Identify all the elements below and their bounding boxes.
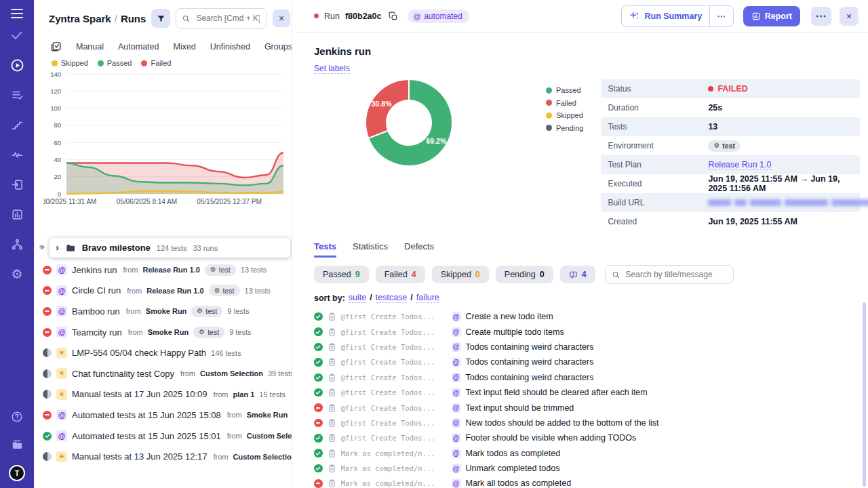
tab-statistics[interactable]: Statistics [353,241,388,258]
automated-badge[interactable]: @ automated [408,9,469,23]
run-plan-name[interactable]: Custom Selection [200,369,263,378]
run-plan-name[interactable]: Release Run 1.0 [146,287,203,295]
test-list-item[interactable]: @first Create Todos...@Create a new todo… [314,309,860,324]
run-list-item[interactable]: @Teamcity runfromSmoke Run⚙test9 tests [34,322,292,343]
run-from-label: from [126,307,141,315]
milestone-card[interactable]: › Bravo milestone 124 tests 33 runs [50,238,290,258]
test-list-item[interactable]: @first Create Todos...@Todos containing … [314,354,860,369]
tests-search[interactable] [605,265,734,284]
status-dot [708,86,713,92]
filter-button[interactable] [151,9,170,28]
panel-close-button[interactable]: × [273,9,290,27]
run-list-item[interactable]: ✳LMP-554 05/04 check Happy Path146 tests [34,342,292,363]
run-plan-name[interactable]: Custom Selection [233,453,292,461]
tab-mixed[interactable]: Mixed [173,42,195,52]
run-plan-name[interactable]: Custom Selection [247,432,292,440]
projects-icon[interactable] [9,437,24,452]
menu-icon[interactable] [11,9,23,18]
runs-search-input[interactable] [195,13,261,24]
runs-search[interactable] [176,8,267,28]
clipboard-icon [328,312,336,321]
detail-label: Duration [601,103,708,113]
run-from-label: from [227,432,242,440]
tab-groups[interactable]: Groups [264,42,292,52]
run-list-item[interactable]: @Jenkins runfromRelease Run 1.0⚙test13 t… [34,260,292,281]
chevron-right-icon[interactable]: › [56,242,59,253]
branch-icon[interactable] [9,237,24,251]
run-list-item[interactable]: @Automated tests at 15 Jun 2025 15:01fro… [34,426,292,447]
clipboard-icon [328,373,336,382]
set-labels-link[interactable]: Set labels [314,64,350,74]
check-icon[interactable] [9,28,24,43]
run-list-item[interactable]: ✳Chat functinality test CopyfromCustom S… [34,363,292,384]
list-check-icon[interactable] [9,87,24,102]
run-tests-count: 15 tests [259,390,285,399]
run-plan-name[interactable]: Release Run 1.0 [142,266,199,274]
run-list-item[interactable]: @Circle CI runfromRelease Run 1.0⚙test13… [34,281,292,302]
tab-automated[interactable]: Automated [118,42,159,52]
sort-by-suite[interactable]: suite [349,293,366,303]
test-list-item[interactable]: Mark as completed/n...@Mark all todos as… [314,476,860,488]
play-circle-icon[interactable] [9,58,24,73]
automated-test-icon: @ [452,418,461,428]
tab-defects[interactable]: Defects [404,241,434,258]
run-list-item[interactable]: ✳Manual tests at 17 Jun 2025 10:09frompl… [34,384,292,405]
filter-label: Passed [323,270,351,279]
legend-item-failed: Failed [141,59,171,67]
app-window: ⚙ T Zyntra Spark/Runs × ManualAutomatedM… [0,0,868,488]
app-logo[interactable]: T [9,465,25,481]
scrollbar-thumb[interactable] [863,302,866,487]
filter-failed-button[interactable]: Failed4 [376,266,425,283]
gear-icon[interactable]: ⚙ [9,266,24,281]
comments-filter-button[interactable]: 4 [560,266,595,283]
select-runs-icon[interactable] [50,41,62,52]
help-icon[interactable] [9,409,24,424]
detail-value: Jun 19, 2025 11:55 AM → Jun 19, 2025 11:… [708,174,860,193]
run-list-item[interactable]: ✳Manual tests at 13 Jun 2025 12:17fromCu… [34,446,292,467]
automated-test-icon: @ [452,388,461,397]
import-icon[interactable] [9,177,24,192]
test-plan-link[interactable]: Release Run 1.0 [708,160,771,170]
run-list-item[interactable]: @Automated tests at 15 Jun 2025 15:08fro… [34,405,292,426]
run-list-item[interactable]: @Bamboo runfromSmoke Run⚙test9 tests [34,301,292,322]
run-close-button[interactable]: × [840,7,859,26]
project-name[interactable]: Zyntra Spark [49,13,111,24]
test-list-item[interactable]: @first Create Todos...@Create multiple t… [314,324,860,339]
test-list-item[interactable]: @first Create Todos...@Footer should be … [314,430,860,445]
passed-status-icon [314,327,323,336]
more-options-button[interactable]: ⋯ [811,7,831,26]
run-summary-button[interactable]: Run Summary [622,6,709,26]
test-list-item[interactable]: @first Create Todos...@Text input field … [314,385,860,400]
run-plan-name[interactable]: Smoke Run [146,307,187,315]
tab-tests[interactable]: Tests [314,241,336,258]
test-list-item[interactable]: @first Create Todos...@New todos should … [314,415,860,430]
run-detail-tabs: TestsStatisticsDefects [314,241,860,258]
steps-icon[interactable] [9,117,24,132]
milestone-row[interactable]: › Bravo milestone 124 tests 33 runs [38,237,290,258]
copy-icon[interactable] [389,12,398,21]
run-plan-name[interactable]: plan 1 [233,390,254,399]
run-plan-name[interactable]: Smoke Run [148,328,189,336]
breadcrumb: Zyntra Spark/Runs [49,13,146,24]
test-list-item[interactable]: Mark as completed/n...@Unmark completed … [314,461,860,476]
test-list-item[interactable]: Mark as completed/n...@Mark todos as com… [314,446,860,461]
sort-by-testcase[interactable]: testcase [376,293,408,303]
tab-unfinished[interactable]: Unfinished [210,42,250,52]
test-list-item[interactable]: @first Create Todos...@Todos containing … [314,370,860,385]
report-button[interactable]: Report [743,6,800,26]
tests-search-input[interactable] [625,269,727,280]
tab-manual[interactable]: Manual [76,42,104,52]
filter-pending-button[interactable]: Pending0 [496,266,553,283]
sort-by-failure[interactable]: failure [416,293,439,303]
test-title: Mark todos as completed [466,449,561,458]
detail-label: Build URL [601,198,708,207]
run-details-table: StatusFAILEDDuration25sTests13Environmen… [601,79,860,231]
pulse-icon[interactable] [9,147,24,162]
test-list-item[interactable]: @first Create Todos...@Text input should… [314,400,860,415]
filter-skipped-button[interactable]: Skipped0 [432,266,489,283]
run-plan-name[interactable]: Smoke Run [247,411,288,419]
run-summary-more-button[interactable]: ⋯ [709,6,733,26]
test-list-item[interactable]: @first Create Todos...@Todos containing … [314,340,860,354]
report-icon[interactable] [9,207,24,222]
filter-passed-button[interactable]: Passed9 [314,266,369,283]
